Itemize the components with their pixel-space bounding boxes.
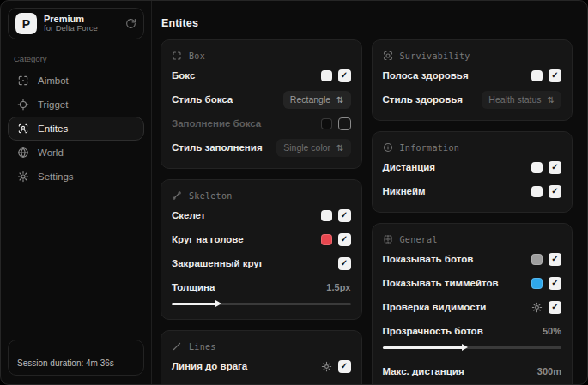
section-general: General Показывать ботов Показывать тимм… <box>372 223 573 384</box>
section-title: General <box>400 235 438 244</box>
checkbox[interactable] <box>549 277 561 290</box>
sidebar-nav: Aimbot Trigget Entites <box>8 69 144 189</box>
dropdown-value: Health status <box>488 94 541 105</box>
sync-icon[interactable] <box>125 18 136 29</box>
setting-label: Стиль бокса <box>172 94 233 105</box>
section-lines: Lines Линия до врага <box>161 330 362 384</box>
setting-label: Бокс <box>172 70 195 81</box>
setting-row: Линия взгляда <box>172 381 351 384</box>
sidebar-item-trigget[interactable]: Trigget <box>8 93 144 117</box>
bone-icon <box>172 190 182 201</box>
setting-row: Толщина 1.5px <box>172 278 351 297</box>
category-label: Category <box>14 54 138 63</box>
gear-icon <box>17 171 29 183</box>
unfold-icon <box>336 142 343 153</box>
sidebar-item-label: World <box>38 147 64 158</box>
color-swatch[interactable] <box>531 186 543 197</box>
setting-label: Проверка видимости <box>383 302 487 312</box>
section-title: Skeleton <box>189 191 233 201</box>
checkbox[interactable] <box>549 301 561 314</box>
setting-label: Стиль заполнения <box>172 142 263 153</box>
color-swatch[interactable] <box>531 278 543 289</box>
checkbox[interactable] <box>338 209 351 222</box>
section-title: Lines <box>189 342 216 352</box>
setting-label: Дистанция <box>383 162 435 172</box>
checkbox[interactable] <box>338 257 351 270</box>
setting-label: Никнейм <box>383 186 426 196</box>
setting-row: Макс. дистанция 300m <box>383 362 562 381</box>
checkbox[interactable] <box>338 384 351 385</box>
setting-label: Круг на голове <box>172 234 244 244</box>
color-swatch[interactable] <box>321 70 332 81</box>
color-swatch[interactable] <box>321 118 332 129</box>
color-swatch[interactable] <box>531 70 543 81</box>
slider-thumb[interactable] <box>215 300 221 307</box>
setting-row: Бокс <box>172 66 351 85</box>
checkbox[interactable] <box>338 360 351 373</box>
section-survivability: Survivability Полоса здоровья Стиль здор… <box>372 39 573 121</box>
grid-icon <box>383 234 393 244</box>
color-swatch[interactable] <box>531 254 543 265</box>
info-icon <box>383 142 393 153</box>
setting-label: Показывать тиммейтов <box>383 278 499 288</box>
page-title: Entites <box>161 17 573 29</box>
slider-track <box>383 346 562 349</box>
color-swatch[interactable] <box>321 210 332 221</box>
checkbox[interactable] <box>549 253 561 266</box>
main-panel: Entites Box Бокс <box>152 1 587 384</box>
sidebar-item-label: Entites <box>38 123 68 134</box>
checkbox[interactable] <box>549 185 561 198</box>
setting-label: Заполнение бокса <box>172 118 261 129</box>
unfold-icon <box>336 94 343 105</box>
gear-icon[interactable] <box>321 361 332 372</box>
person-scan-icon <box>17 123 29 135</box>
box-frame-icon <box>172 51 182 61</box>
setting-row: Линия до врага <box>172 357 351 376</box>
gear-icon[interactable] <box>531 302 543 313</box>
setting-row: Показывать ботов <box>383 250 562 268</box>
setting-label: Закрашенный круг <box>172 258 264 268</box>
section-box: Box Бокс Стиль бокса Rectangle <box>161 39 362 169</box>
sidebar-item-label: Trigget <box>38 99 68 110</box>
slider-fill <box>383 346 465 349</box>
bot-opacity-slider[interactable] <box>383 343 562 352</box>
setting-row: Круг на голове <box>172 230 351 249</box>
slider-thumb[interactable] <box>462 344 468 351</box>
setting-row: Проверка видимости <box>383 298 562 316</box>
focus-icon <box>383 51 393 61</box>
color-swatch[interactable] <box>321 234 332 245</box>
checkbox[interactable] <box>549 69 561 82</box>
slider-value: 300m <box>537 366 561 376</box>
fill-style-dropdown[interactable]: Single color <box>276 139 350 157</box>
brand-card: P Premium for Delta Force <box>8 8 144 39</box>
checkbox[interactable] <box>549 161 561 174</box>
setting-label: Линия до врага <box>172 361 247 371</box>
sidebar-item-aimbot[interactable]: Aimbot <box>8 69 144 93</box>
brand-text: Premium for Delta Force <box>44 14 98 34</box>
setting-label: Скелет <box>172 210 206 220</box>
sidebar-item-label: Aimbot <box>38 75 69 86</box>
thickness-slider[interactable] <box>172 299 351 308</box>
color-swatch[interactable] <box>531 162 543 173</box>
sidebar-item-settings[interactable]: Settings <box>8 165 144 189</box>
section-information: Information Дистанция Никнейм <box>372 131 573 213</box>
sidebar-item-label: Settings <box>38 171 74 182</box>
setting-label: Прозрачность ботов <box>383 326 483 336</box>
session-duration: Session duration: 4m 36s <box>8 340 144 376</box>
checkbox[interactable] <box>338 69 351 82</box>
sidebar-item-entites[interactable]: Entites <box>8 117 144 141</box>
globe-icon <box>17 147 29 159</box>
sidebar-item-world[interactable]: World <box>8 141 144 165</box>
section-skeleton: Skeleton Скелет Круг на голове <box>161 179 362 320</box>
max-distance-slider[interactable] <box>383 383 562 384</box>
box-style-dropdown[interactable]: Rectangle <box>283 91 351 109</box>
setting-row: Показывать тиммейтов <box>383 274 562 292</box>
line-icon <box>172 341 182 352</box>
setting-label: Макс. дистанция <box>383 366 464 376</box>
setting-row: Прозрачность ботов 50% <box>383 322 562 340</box>
health-style-dropdown[interactable]: Health status <box>482 91 561 109</box>
setting-row: Закрашенный круг <box>172 254 351 273</box>
checkbox[interactable] <box>338 233 351 246</box>
checkbox[interactable] <box>338 117 351 130</box>
setting-row: Стиль заполнения Single color <box>172 138 351 157</box>
